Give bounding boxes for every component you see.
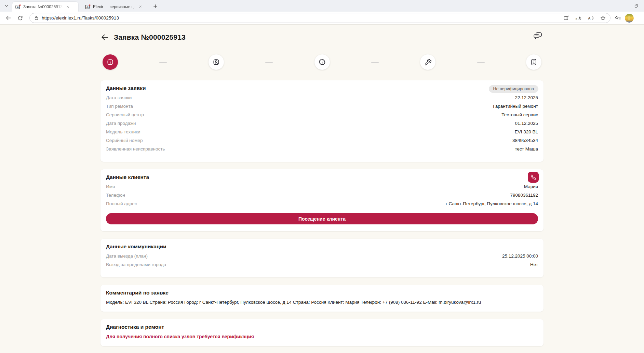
restore-button[interactable] — [629, 0, 644, 12]
verification-warning: Для получения полного списка узлов требу… — [106, 334, 538, 339]
chat-bubbles-icon — [533, 31, 543, 41]
translate-button[interactable]: a — [574, 14, 583, 22]
lock-icon — [34, 15, 39, 21]
read-aloud-icon: A — [588, 15, 594, 21]
step-documents[interactable] — [526, 54, 541, 70]
card-title: Данные заявки — [106, 85, 538, 91]
star-icon — [600, 15, 606, 21]
field-row: Имя Мария — [106, 184, 538, 193]
back-icon — [5, 15, 11, 21]
status-badge: Не верифицирована — [489, 85, 538, 93]
new-tab-button[interactable] — [151, 2, 160, 10]
tab-search-button[interactable] — [2, 2, 11, 10]
card-title: Диагностика и ремонт — [106, 324, 538, 330]
step-connector — [477, 62, 485, 63]
field-row: Модель техники EVI 320 BL — [106, 129, 538, 138]
call-client-button[interactable] — [528, 172, 539, 183]
field-row: Дата продажи 01.12.2025 — [106, 121, 538, 129]
step-info[interactable] — [103, 54, 118, 70]
card-client-data: Данные клиента Имя Мария Телефон 7908036… — [100, 169, 544, 231]
field-row: Полный адрес г Санкт-Петербург, Пулковск… — [106, 201, 538, 210]
page-header: Заявка №000025913 — [100, 30, 544, 44]
split-screen-icon — [563, 15, 569, 21]
field-row: Сервисный центр Тестовый сервис — [106, 112, 538, 121]
page-back-button[interactable] — [100, 34, 109, 41]
back-arrow-icon — [100, 34, 109, 41]
refresh-icon — [17, 15, 23, 21]
card-request-data: Данные заявки Не верифицирована Дата зая… — [100, 80, 544, 162]
chat-button[interactable] — [533, 31, 543, 41]
page-title: Заявка №000025913 — [114, 33, 186, 41]
stepper — [100, 54, 544, 70]
tab-divider — [148, 3, 148, 9]
svg-text:e: e — [86, 5, 89, 9]
client-icon — [212, 58, 220, 66]
info-icon — [106, 58, 114, 66]
card-title: Комментарий по заявке — [106, 290, 538, 296]
tab-title: Заявка №000025913 — [23, 4, 63, 9]
repair-wrench-icon — [424, 58, 432, 66]
close-icon[interactable] — [137, 4, 143, 10]
step-connector — [371, 62, 379, 63]
address-bar[interactable]: https://elexir.lex1.ru/Tasks/000025913 a… — [29, 13, 611, 23]
tab-request[interactable]: e Заявка №000025913 — [12, 2, 78, 12]
read-aloud-button[interactable]: A — [586, 14, 595, 22]
field-row: Заявленная неисправность тест Маша — [106, 146, 538, 155]
step-connector — [159, 62, 167, 63]
comment-text: Модель: EVI 320 BL Страна: Россия Город:… — [106, 300, 538, 305]
restore-icon — [634, 4, 639, 8]
close-icon[interactable] — [65, 4, 71, 10]
minimize-button[interactable] — [613, 0, 629, 12]
field-row: Дата выезда (план) 25.12.2025 00:00 — [106, 253, 538, 262]
card-diagnostics: Диагностика и ремонт Для получения полно… — [100, 319, 544, 346]
favorites-list-button[interactable] — [613, 14, 622, 22]
step-connector — [265, 62, 273, 63]
elexir-favicon-icon: e — [15, 4, 21, 10]
card-title: Данные клиента — [106, 174, 538, 180]
favorite-star-button[interactable] — [599, 14, 607, 22]
elexir-favicon-icon: e — [85, 4, 91, 10]
tab-elexir[interactable]: e Elexir — сервисные центры LEX — [82, 2, 146, 12]
field-row: Тип ремонта Гарантийный ремонт — [106, 104, 538, 112]
browser-tab-strip: e Заявка №000025913 e Elexir — сервисные… — [0, 0, 644, 12]
field-row: Телефон 79080361192 — [106, 193, 538, 201]
phone-icon — [531, 174, 536, 180]
chevron-down-icon — [4, 3, 9, 8]
card-title: Данные коммуникации — [106, 244, 538, 250]
step-client[interactable] — [209, 54, 224, 70]
browser-back-button[interactable] — [3, 13, 13, 23]
url-text[interactable]: https://elexir.lex1.ru/Tasks/000025913 — [42, 15, 562, 21]
field-row: Серийный номер 3849534534 — [106, 138, 538, 146]
field-row: Выезд за пределами города Нет — [106, 262, 538, 271]
svg-text:e: e — [17, 5, 19, 9]
favorites-list-icon — [615, 15, 621, 21]
step-repair[interactable] — [420, 54, 435, 70]
translate-icon: a — [575, 15, 581, 21]
window-controls — [613, 0, 644, 12]
browser-toolbar: https://elexir.lex1.ru/Tasks/000025913 a… — [0, 12, 644, 25]
minimize-icon — [619, 4, 623, 8]
verification-badge-icon — [318, 58, 326, 66]
page-body: Заявка №000025913 — [0, 25, 644, 353]
card-comment: Комментарий по заявке Модель: EVI 320 BL… — [100, 285, 544, 312]
svg-text:a: a — [576, 16, 578, 20]
tab-title: Elexir — сервисные центры LEX — [93, 4, 135, 9]
step-verification[interactable] — [314, 54, 330, 70]
card-communication-data: Данные коммуникации Дата выезда (план) 2… — [100, 239, 544, 277]
svg-text:A: A — [588, 16, 590, 20]
refresh-button[interactable] — [15, 13, 25, 23]
plus-icon — [153, 4, 158, 9]
field-row: Дата заявки 22.12.2025 — [106, 95, 538, 104]
profile-avatar[interactable] — [625, 14, 634, 23]
document-icon — [530, 58, 538, 66]
client-visit-button[interactable]: Посещение клиента — [106, 213, 538, 224]
split-screen-button[interactable] — [562, 14, 571, 22]
